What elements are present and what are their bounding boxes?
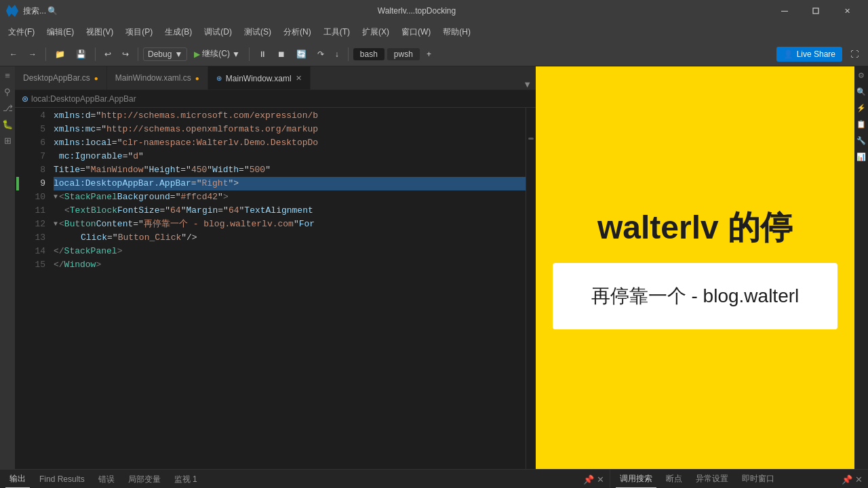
menu-file[interactable]: 文件(F) — [3, 24, 40, 41]
close-button[interactable]: ✕ — [831, 0, 863, 22]
tab-mainwindow-xaml-label: MainWindow.xaml — [226, 74, 292, 83]
scrollbar-thumb[interactable] — [528, 138, 534, 140]
panel-close-icon[interactable]: ✕ — [597, 474, 604, 485]
search-tab-calls[interactable]: 调用搜索 — [616, 470, 656, 488]
right-sidebar-icon-6[interactable]: 📊 — [855, 150, 867, 163]
tab-mainwindow-xaml[interactable]: ⊛ MainWindow.xaml ✕ — [208, 66, 311, 89]
menu-view[interactable]: 视图(V) — [81, 24, 119, 41]
right-panel: ⚙ 🔍 ⚡ 📋 🔧 📊 walterlv 的停 再停靠一个 - blog.wal… — [536, 66, 868, 469]
tab-mainwindow-cs-label: MainWindow.xaml.cs — [115, 73, 191, 83]
right-sidebar-icon-4[interactable]: 📋 — [855, 118, 867, 130]
scrollbar-area[interactable] — [526, 108, 536, 469]
code-line-5: xmlns:mc="http://schemas.openxmlformats.… — [54, 123, 526, 136]
play-icon: ▶ — [194, 49, 200, 59]
fullscreen-button[interactable]: ⛶ — [846, 46, 863, 62]
toolbar-save[interactable]: 💾 — [72, 46, 90, 62]
search-panel-close[interactable]: ✕ — [855, 474, 863, 485]
tab-mainwindow-cs[interactable]: MainWindow.xaml.cs ● — [107, 66, 208, 89]
menu-help[interactable]: 帮助(H) — [437, 24, 476, 41]
search-label: 搜索... — [23, 5, 46, 17]
tab-dirty-indicator-2: ● — [195, 75, 199, 82]
title-bar: 搜索... 🔍 Walterlv....topDocking ✕ — [0, 0, 868, 22]
menu-edit[interactable]: 编辑(E) — [41, 24, 79, 41]
tab-errors[interactable]: 错误 — [94, 471, 119, 488]
svg-rect-1 — [813, 8, 818, 14]
activity-extensions[interactable]: ⊞ — [1, 134, 14, 146]
menu-debug[interactable]: 调试(D) — [199, 24, 237, 41]
search-tab-exceptions[interactable]: 异常设置 — [692, 470, 732, 488]
tab-desktopappbar-label: DesktopAppBar.cs — [23, 73, 90, 83]
restart-icon: 🔄 — [296, 49, 307, 59]
menu-project[interactable]: 项目(P) — [120, 24, 158, 41]
toolbar-open[interactable]: 📁 — [51, 46, 69, 62]
main-area: ≡ ⚲ ⎇ 🐛 ⊞ DesktopAppBar.cs ● MainWindow.… — [0, 66, 868, 469]
output-panel: 输出 Find Results 错误 局部变量 监视 1 📌 ✕ "Walter… — [0, 470, 610, 488]
tab-find-results[interactable]: Find Results — [35, 472, 89, 487]
tab-locals[interactable]: 局部变量 — [124, 471, 165, 488]
forward-icon: → — [28, 49, 37, 59]
menu-extensions[interactable]: 扩展(X) — [357, 24, 395, 41]
minimize-button[interactable] — [769, 0, 800, 22]
toolbar-back[interactable]: ← — [5, 46, 22, 62]
toolbar-step-into[interactable]: ↓ — [331, 46, 343, 62]
search-tab-breakpoints[interactable]: 断点 — [662, 470, 686, 488]
toolbar-redo[interactable]: ↪ — [118, 46, 133, 62]
pwsh-tab[interactable]: pwsh — [387, 48, 420, 60]
code-content[interactable]: xmlns:d="http://schemas.microsoft.com/ex… — [51, 108, 526, 469]
tab-output[interactable]: 输出 — [5, 470, 30, 488]
activity-debug[interactable]: 🐛 — [1, 118, 14, 130]
toolbar-stop[interactable]: ⏹ — [273, 46, 290, 62]
code-line-7: mc:Ignorable="d" — [54, 150, 526, 163]
debug-config-dropdown[interactable]: Debug ▼ — [143, 47, 187, 61]
search-area[interactable]: 搜索... 🔍 — [23, 5, 58, 17]
toolbar: ← → 📁 💾 ↩ ↪ Debug ▼ ▶ 继续(C) ▼ ⏸ ⏹ 🔄 ↷ ↓ — [0, 42, 868, 66]
code-line-12: ▼ <Button Content="再停靠一个 - blog.walterlv… — [54, 218, 526, 231]
activity-git[interactable]: ⎇ — [1, 102, 14, 114]
restore-button[interactable] — [800, 0, 831, 22]
folder-icon: 📁 — [55, 49, 65, 59]
tab-icon: ⊛ — [216, 75, 222, 82]
tab-close-icon[interactable]: ✕ — [296, 74, 302, 83]
search-panel-pin[interactable]: 📌 — [842, 474, 852, 485]
menu-tools[interactable]: 工具(T) — [318, 24, 355, 41]
terminal-tabs: bash pwsh + — [353, 46, 435, 62]
tab-bar: DesktopAppBar.cs ● MainWindow.xaml.cs ● … — [15, 66, 536, 90]
panel-pin-icon[interactable]: 📌 — [583, 474, 594, 485]
toolbar-sep-5 — [348, 47, 349, 61]
tab-watch[interactable]: 监视 1 — [170, 471, 201, 488]
tab-overflow[interactable]: ▼ — [519, 79, 536, 89]
toolbar-step-over[interactable]: ↷ — [313, 46, 328, 62]
toolbar-pause[interactable]: ⏸ — [254, 46, 271, 62]
menu-build[interactable]: 生成(B) — [159, 24, 197, 41]
right-sidebar-icon-2[interactable]: 🔍 — [855, 85, 867, 98]
activity-explorer[interactable]: ≡ — [1, 69, 14, 81]
toolbar-forward[interactable]: → — [24, 46, 41, 62]
right-sidebar-icon-1[interactable]: ⚙ — [855, 69, 867, 81]
menu-window[interactable]: 窗口(W) — [396, 24, 436, 41]
tab-desktopappbar[interactable]: DesktopAppBar.cs ● — [15, 66, 107, 89]
activity-search[interactable]: ⚲ — [1, 85, 14, 98]
chevron-down-icon: ▼ — [174, 49, 182, 59]
code-line-14: </StackPanel> — [54, 245, 526, 258]
toolbar-sep-1 — [45, 47, 46, 61]
menu-analyze[interactable]: 分析(N) — [278, 24, 317, 41]
output-tabs: 输出 Find Results 错误 局部变量 监视 1 📌 ✕ — [0, 470, 610, 488]
terminal-add[interactable]: + — [422, 46, 435, 62]
continue-button[interactable]: ▶ 继续(C) ▼ — [190, 46, 244, 62]
search-tab-immediate[interactable]: 即时窗口 — [738, 470, 778, 488]
breadcrumb: ⊛ local:DesktopAppBar.AppBar — [15, 90, 536, 108]
bash-tab[interactable]: bash — [353, 48, 384, 60]
step-into-icon: ↓ — [335, 49, 339, 59]
search-tabs: 调用搜索 断点 异常设置 即时窗口 — [616, 470, 778, 488]
right-sidebar-icon-5[interactable]: 🔧 — [855, 134, 867, 146]
preview-box: 再停靠一个 - blog.walterl — [553, 263, 837, 329]
code-editor[interactable]: 4 5 6 7 8 9 10 11 12 13 14 15 xmlns:d="h… — [15, 108, 536, 469]
code-line-10: ▼ <StackPanel Background="#ffcd42"> — [54, 190, 526, 204]
toolbar-restart[interactable]: 🔄 — [292, 46, 311, 62]
breadcrumb-item[interactable]: local:DesktopAppBar.AppBar — [31, 94, 136, 104]
toolbar-undo[interactable]: ↩ — [100, 46, 115, 62]
search-panel-icons: 📌 ✕ — [842, 474, 863, 485]
live-share-button[interactable]: 👤 Live Share — [776, 47, 842, 62]
menu-test[interactable]: 测试(S) — [239, 24, 277, 41]
right-sidebar-icon-3[interactable]: ⚡ — [855, 102, 867, 114]
